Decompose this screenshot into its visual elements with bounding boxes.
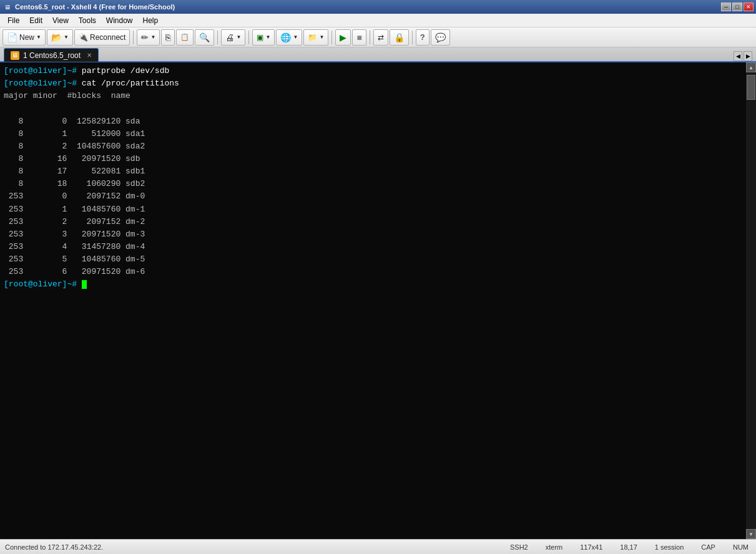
scroll-thumb[interactable] (747, 75, 755, 100)
menu-bar: File Edit View Tools Window Help (0, 14, 756, 27)
find-icon: 🔍 (199, 33, 210, 42)
title-bar: 🖥 Centos6.5_root - Xshell 4 (Free for Ho… (0, 0, 756, 14)
tab-label: 1 Centos6.5_root (23, 51, 81, 60)
toolbar-separator-2 (217, 31, 218, 44)
open-icon: 📂 (51, 33, 62, 42)
compose-dropdown[interactable]: ▼ (150, 34, 155, 40)
toolbar-separator-6 (412, 31, 413, 44)
lock-button[interactable]: 🔒 (390, 29, 409, 46)
menu-file[interactable]: File (2, 15, 24, 26)
toolbar-separator-3 (248, 31, 249, 44)
sftp-button[interactable]: 📁 ▼ (303, 29, 328, 46)
menu-view[interactable]: View (47, 15, 74, 26)
scroll-up-arrow[interactable]: ▲ (746, 62, 756, 72)
scroll-down-arrow[interactable]: ▼ (746, 529, 756, 539)
sftp-icon: 📁 (308, 34, 317, 41)
status-pos: 18,17 (617, 543, 640, 551)
help-button[interactable]: ? (416, 29, 430, 46)
paste-button[interactable]: 📋 (176, 29, 194, 46)
terminal-dropdown[interactable]: ▼ (265, 34, 270, 40)
status-term: xterm (543, 543, 566, 551)
terminal[interactable]: [root@oliver]~# partprobe /dev/sdb [root… (0, 62, 746, 539)
compose-button[interactable]: ✏ ▼ (137, 29, 160, 46)
reconnect-icon: 🔌 (79, 34, 88, 41)
terminal-icon: ▣ (257, 34, 263, 41)
status-num: NUM (730, 543, 751, 551)
new-icon: 📄 (7, 33, 17, 42)
status-right: SSH2 xterm 117x41 18,17 1 session CAP NU… (508, 543, 751, 551)
menu-tools[interactable]: Tools (74, 15, 101, 26)
status-sessions: 1 session (652, 543, 686, 551)
toolbar-separator-1 (133, 31, 134, 44)
sftp-dropdown[interactable]: ▼ (319, 34, 324, 40)
tab-bar-right: ◀ ▶ (734, 51, 752, 61)
close-button[interactable]: ✕ (744, 2, 754, 11)
maximize-button[interactable]: □ (732, 2, 742, 11)
open-button[interactable]: 📂 ▼ (47, 29, 73, 46)
copy-icon: ⎘ (165, 33, 170, 42)
tab-scroll-left[interactable]: ◀ (734, 51, 742, 61)
window-controls: ─ □ ✕ (721, 2, 754, 11)
menu-window[interactable]: Window (101, 15, 138, 26)
scroll-track[interactable] (746, 72, 756, 529)
status-ssh: SSH2 (508, 543, 531, 551)
start-icon: ▶ (340, 33, 346, 42)
message-icon: 💬 (435, 33, 446, 42)
tab-bar: 🖥 1 Centos6.5_root ✕ ◀ ▶ (0, 47, 756, 62)
new-dropdown-arrow[interactable]: ▼ (36, 34, 41, 40)
terminal-container: [root@oliver]~# partprobe /dev/sdb [root… (0, 62, 756, 539)
find-button[interactable]: 🔍 (195, 29, 214, 46)
stop-script-button[interactable]: ■ (352, 29, 366, 46)
transfer-button[interactable]: ⇄ (373, 29, 388, 46)
tab-centos[interactable]: 🖥 1 Centos6.5_root ✕ (4, 48, 99, 62)
globe-button[interactable]: 🌐 ▼ (276, 29, 302, 46)
stop-icon: ■ (356, 33, 361, 42)
print-dropdown[interactable]: ▼ (236, 34, 241, 40)
paste-icon: 📋 (180, 34, 189, 41)
terminal-content: [root@oliver]~# partprobe /dev/sdb [root… (4, 65, 742, 291)
window-title: Centos6.5_root - Xshell 4 (Free for Home… (15, 3, 721, 11)
print-icon: 🖨 (225, 33, 234, 42)
help-icon: ? (420, 33, 425, 41)
status-caps: CAP (699, 543, 718, 551)
scrollbar[interactable]: ▲ ▼ (746, 62, 756, 539)
lock-icon: 🔒 (394, 33, 405, 42)
print-button[interactable]: 🖨 ▼ (221, 29, 245, 46)
reconnect-button[interactable]: 🔌 Reconnect (74, 29, 130, 46)
status-connection: Connected to 172.17.45.243:22. (5, 543, 508, 551)
tab-scroll-right[interactable]: ▶ (744, 51, 752, 61)
globe-dropdown[interactable]: ▼ (293, 34, 298, 40)
start-script-button[interactable]: ▶ (335, 29, 351, 46)
compose-icon: ✏ (141, 33, 149, 42)
toolbar-separator-5 (370, 31, 370, 44)
globe-icon: 🌐 (280, 33, 291, 42)
reconnect-label: Reconnect (90, 33, 125, 42)
app-icon: 🖥 (2, 2, 12, 12)
toolbar-separator-4 (331, 31, 332, 44)
minimize-button[interactable]: ─ (721, 2, 731, 11)
tab-close-button[interactable]: ✕ (87, 52, 92, 59)
transfer-icon: ⇄ (378, 34, 384, 41)
menu-help[interactable]: Help (138, 15, 164, 26)
open-dropdown-arrow[interactable]: ▼ (64, 34, 69, 40)
status-bar: Connected to 172.17.45.243:22. SSH2 xter… (0, 539, 756, 554)
new-button[interactable]: 📄 New ▼ (2, 29, 46, 46)
tab-icon: 🖥 (11, 51, 19, 60)
status-size: 117x41 (577, 543, 605, 551)
message-button[interactable]: 💬 (431, 29, 450, 46)
new-label: New (19, 33, 34, 42)
copy-button[interactable]: ⎘ (161, 29, 175, 46)
menu-edit[interactable]: Edit (24, 15, 47, 26)
terminal-button[interactable]: ▣ ▼ (252, 29, 275, 46)
toolbar: 📄 New ▼ 📂 ▼ 🔌 Reconnect ✏ ▼ ⎘ 📋 🔍 🖨 ▼ ▣ … (0, 27, 756, 47)
